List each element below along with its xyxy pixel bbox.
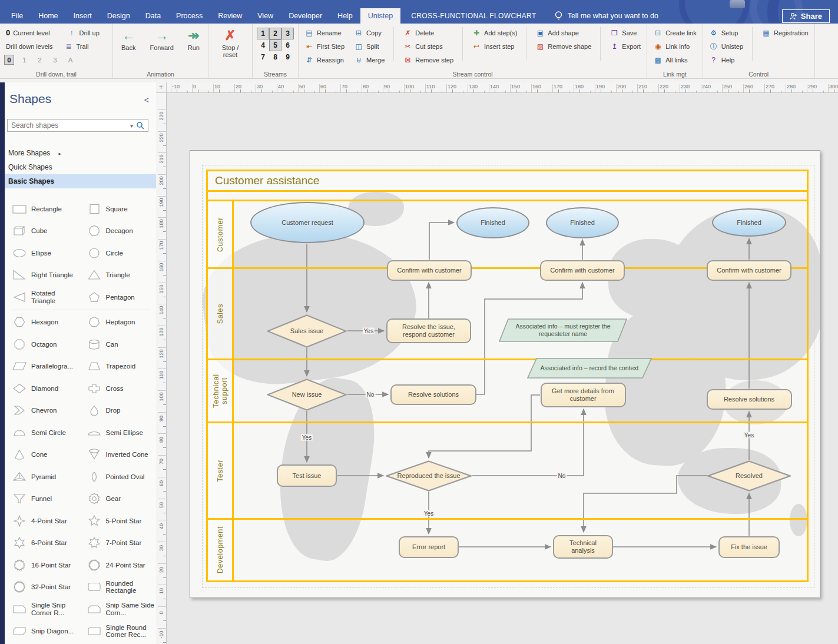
shape-item-parallelogra[interactable]: Parallelogra... — [6, 356, 81, 378]
node-technical-analysis[interactable]: Technical analysis — [553, 535, 613, 559]
tab-data[interactable]: Data — [138, 8, 168, 24]
sidebar-section-basic-shapes[interactable]: Basic Shapes — [5, 174, 156, 188]
node-test-issue[interactable]: Test issue — [277, 464, 337, 487]
add-step-s--button[interactable]: ✚Add step(s) — [470, 26, 519, 39]
drill-level-0[interactable]: 0 — [4, 55, 14, 65]
cut-steps-button[interactable]: ✂Cut steps — [401, 39, 455, 53]
stream-key-8[interactable]: 8 — [269, 51, 281, 63]
remove-step-button[interactable]: ⊠Remove step — [401, 53, 455, 67]
stop-reset-button[interactable]: ✗Stop / reset — [213, 26, 248, 69]
reassign-button[interactable]: ⇵Reassign — [303, 53, 346, 67]
stream-key-9[interactable]: 9 — [281, 51, 294, 63]
node-finished-3[interactable]: Finished — [712, 208, 786, 237]
stream-key-4[interactable]: 4 — [257, 39, 269, 51]
shape-item-can[interactable]: Can — [81, 333, 155, 356]
node-reproduced-issue[interactable]: Reproduced the issue — [386, 460, 472, 492]
shape-item-drop[interactable]: Drop — [81, 400, 155, 422]
shape-item-circle[interactable]: Circle — [81, 242, 155, 264]
node-resolved[interactable]: Resolved — [707, 460, 791, 492]
shape-item-square[interactable]: Square — [81, 198, 155, 220]
node-customer-request[interactable]: Customer request — [250, 202, 365, 243]
shape-item-7-point-star[interactable]: 7-Point Star — [81, 532, 155, 555]
node-error-report[interactable]: Error report — [399, 536, 459, 558]
shape-item-cross[interactable]: Cross — [81, 377, 155, 400]
tab-insert[interactable]: Insert — [66, 8, 100, 24]
link-info-button[interactable]: ◉Link info — [651, 39, 698, 53]
stream-key-5[interactable]: 5 — [269, 39, 281, 51]
add-shape-button[interactable]: ▣Add shape — [534, 26, 593, 39]
shape-item-diamond[interactable]: Diamond — [6, 377, 81, 400]
tab-view[interactable]: View — [250, 8, 281, 24]
tab-unistep[interactable]: Unistep — [360, 8, 400, 24]
shape-item-4-point-star[interactable]: 4-Point Star — [6, 510, 81, 532]
split-button[interactable]: ◫Split — [352, 39, 386, 53]
export-button[interactable]: ↥Export — [608, 39, 642, 53]
tab-help[interactable]: Help — [330, 8, 360, 24]
shape-item-24-point-star[interactable]: 24-Point Star — [81, 554, 155, 576]
drill-level-3[interactable]: 3 — [50, 55, 60, 65]
help-button[interactable]: ?Help — [707, 53, 745, 67]
current-level-button[interactable]: 0Current level — [4, 26, 52, 39]
copy-button[interactable]: ⊞Copy — [352, 26, 386, 39]
node-assoc-info-register[interactable]: Associated info – must register the requ… — [499, 318, 627, 342]
insert-step-button[interactable]: ↩Insert step — [470, 39, 519, 53]
shape-item-16-point-star[interactable]: 16-Point Star — [6, 554, 81, 576]
unistep-button[interactable]: ⓘUnistep — [707, 39, 745, 53]
shape-item-ellipse[interactable]: Ellipse — [6, 242, 81, 264]
shape-item-5-point-star[interactable]: 5-Point Star — [81, 510, 155, 532]
shape-item-pentagon[interactable]: Pentagon — [81, 286, 155, 308]
node-confirm-with-customer-3[interactable]: Confirm with customer — [707, 260, 791, 281]
shape-item-right-triangle[interactable]: Right Triangle — [6, 264, 81, 287]
shape-item-chevron[interactable]: Chevron — [6, 400, 81, 422]
create-link-button[interactable]: ⊡Create link — [651, 26, 698, 39]
node-finished-2[interactable]: Finished — [546, 207, 619, 238]
stream-key-2[interactable]: 2 — [269, 28, 281, 39]
drill-up-button[interactable]: ↑Drill up — [65, 26, 101, 39]
stream-key-7[interactable]: 7 — [257, 51, 269, 63]
node-resolve-solutions-right[interactable]: Resolve solutions — [707, 389, 792, 410]
trail-button[interactable]: ≣Trail — [62, 39, 90, 53]
shape-item-trapezoid[interactable]: Trapezoid — [81, 356, 155, 378]
all-links-button[interactable]: ▩All links — [651, 53, 698, 67]
remove-shape-button[interactable]: ▨Remove shape — [534, 39, 593, 53]
tab-design[interactable]: Design — [100, 8, 138, 24]
node-resolve-issue[interactable]: Resolve the issue, respond customer — [386, 318, 471, 343]
shape-item-snip-diagon[interactable]: Snip Diagon... — [6, 620, 81, 643]
tab-process[interactable]: Process — [168, 8, 210, 24]
tab-developer[interactable]: Developer — [281, 8, 330, 24]
shape-item-6-point-star[interactable]: 6-Point Star — [6, 532, 81, 555]
tab-home[interactable]: Home — [31, 8, 65, 24]
registration-button[interactable]: ▦Registration — [760, 26, 810, 39]
shape-item-triangle[interactable]: Triangle — [81, 264, 155, 287]
tab-review[interactable]: Review — [210, 8, 250, 24]
shape-item-semi-circle[interactable]: Semi Circle — [6, 421, 81, 444]
collapse-panel-icon[interactable]: < — [144, 95, 149, 105]
shape-item-pyramid[interactable]: Pyramid — [6, 466, 81, 488]
sidebar-section-more-shapes[interactable]: More Shapes▸ — [5, 146, 156, 160]
node-resolve-solutions-left[interactable]: Resolve solutions — [390, 384, 476, 405]
shape-item-single-round-corner-rec[interactable]: Single Round Corner Rec... — [81, 620, 155, 643]
shape-item-rounded-rectangle[interactable]: Rounded Rectangle — [81, 576, 155, 599]
node-confirm-with-customer-2[interactable]: Confirm with customer — [540, 260, 625, 281]
shape-item-32-point-star[interactable]: 32-Point Star — [6, 576, 81, 599]
shape-item-cone[interactable]: Cone — [6, 444, 81, 466]
share-button[interactable]: Share — [782, 9, 830, 23]
node-sales-issue[interactable]: Sales issue — [267, 314, 347, 348]
shape-item-octagon[interactable]: Octagon — [6, 333, 81, 356]
stream-key-1[interactable]: 1 — [257, 28, 269, 39]
shape-item-single-snip-corner-r[interactable]: Single Snip Corner R... — [6, 598, 81, 620]
stream-key-6[interactable]: 6 — [281, 39, 294, 51]
setup-button[interactable]: ⚙Setup — [707, 26, 745, 39]
drill-level-2[interactable]: 2 — [35, 55, 45, 65]
first-step-button[interactable]: ⇤First Step — [303, 39, 346, 53]
node-fix-issue[interactable]: Fix the issue — [718, 536, 780, 558]
search-icon[interactable] — [136, 121, 145, 130]
drill-level-A[interactable]: A — [65, 55, 75, 65]
node-new-issue[interactable]: New issue — [267, 379, 347, 411]
shape-item-gear[interactable]: Gear — [81, 488, 155, 510]
shape-search-input[interactable] — [8, 121, 127, 130]
merge-button[interactable]: ⊎Merge — [352, 53, 386, 67]
shape-item-decagon[interactable]: Decagon — [81, 220, 155, 243]
user-avatar[interactable] — [730, 0, 745, 8]
stream-key-3[interactable]: 3 — [281, 28, 294, 39]
